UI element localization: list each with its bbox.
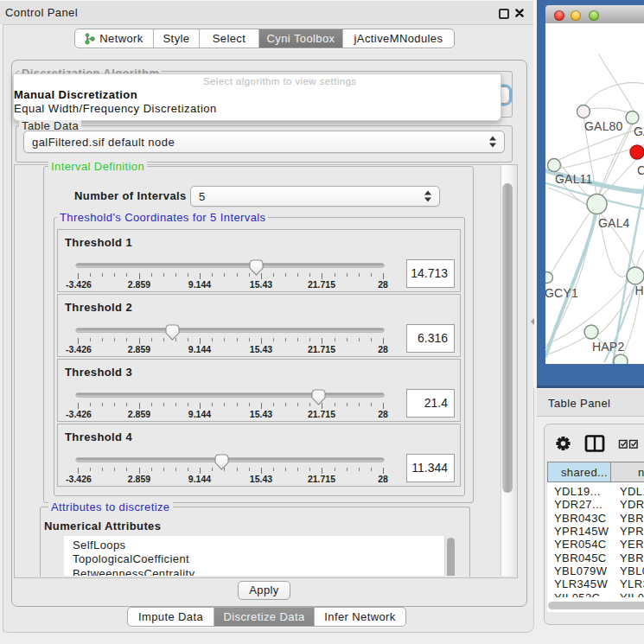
svg-text:GAL80: GAL80 (584, 119, 623, 133)
svg-text:C: C (637, 163, 644, 177)
svg-text:HAP2: HAP2 (592, 340, 624, 354)
svg-text:GAL: GAL (634, 124, 644, 138)
svg-text:H: H (635, 284, 644, 297)
svg-text:GAL4: GAL4 (598, 216, 630, 230)
svg-text:GAL11: GAL11 (555, 172, 593, 186)
svg-text:GCY1: GCY1 (545, 286, 578, 300)
